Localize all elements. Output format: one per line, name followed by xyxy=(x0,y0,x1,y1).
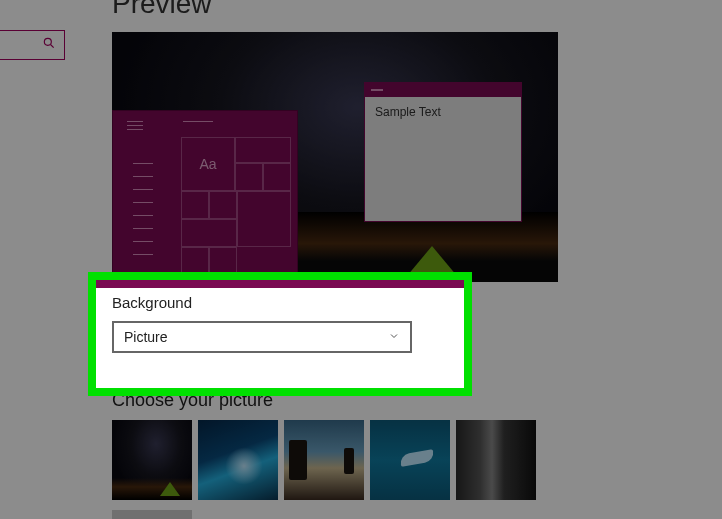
preview-sample-window: Sample Text xyxy=(364,82,522,222)
chevron-down-icon xyxy=(388,329,400,345)
picture-thumb-4[interactable] xyxy=(370,420,450,500)
picture-thumb-1[interactable] xyxy=(112,420,192,500)
section-title-preview: Preview xyxy=(112,0,212,20)
preview-tile-aa: Aa xyxy=(181,137,235,191)
tutorial-highlight-box: Background Picture xyxy=(88,272,472,396)
background-dropdown-value: Picture xyxy=(124,329,168,345)
svg-line-1 xyxy=(51,45,54,48)
picture-thumb-2[interactable] xyxy=(198,420,278,500)
background-label: Background xyxy=(112,294,448,311)
background-dropdown[interactable]: Picture xyxy=(112,321,412,353)
picture-thumb-5[interactable] xyxy=(456,420,536,500)
preview-start-menu: Aa xyxy=(112,110,298,282)
search-input[interactable] xyxy=(0,30,65,60)
picture-thumbnails xyxy=(112,420,536,500)
search-icon xyxy=(42,36,56,54)
background-preview: Aa Sample Text xyxy=(112,32,558,282)
browse-button[interactable] xyxy=(112,510,192,519)
svg-point-0 xyxy=(44,38,51,45)
picture-thumb-3[interactable] xyxy=(284,420,364,500)
preview-sample-text: Sample Text xyxy=(365,97,521,127)
